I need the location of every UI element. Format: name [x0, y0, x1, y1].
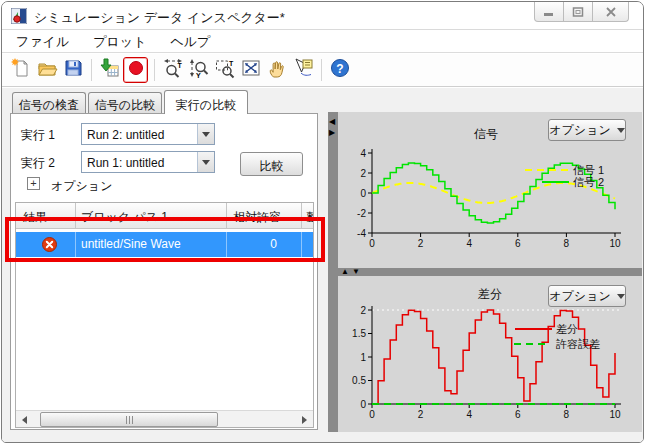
menu-help[interactable]: ヘルプ: [160, 31, 220, 53]
new-button[interactable]: [8, 57, 33, 83]
horizontal-scrollbar[interactable]: [16, 410, 313, 427]
svg-text:8: 8: [564, 238, 570, 249]
minimize-icon: [543, 7, 555, 17]
svg-text:1.5: 1.5: [352, 328, 366, 339]
run2-dropdown-arrow[interactable]: [197, 152, 214, 172]
run2-select[interactable]: Run 1: untitled: [81, 151, 215, 173]
signals-options-button[interactable]: オプション: [548, 119, 626, 141]
signals-options-label: オプション: [549, 122, 610, 139]
svg-text:0.5: 0.5: [352, 375, 366, 386]
import-button[interactable]: [97, 57, 122, 83]
run1-dropdown-arrow[interactable]: [197, 124, 214, 144]
options-label: オプション: [51, 178, 112, 195]
plots-pane: -4-20240246810信号信号 1信号 2 ▲ ▼ 00.511.5202…: [338, 112, 642, 432]
maximize-button[interactable]: [563, 2, 593, 22]
toolbar-separator: [321, 59, 322, 81]
help-button[interactable]: ?: [327, 57, 352, 83]
title-bar[interactable]: シミュレーション データ インスペクター*: [2, 2, 643, 30]
svg-text:0: 0: [360, 399, 366, 410]
svg-text:許容誤差: 許容誤差: [556, 338, 600, 350]
svg-text:4: 4: [360, 148, 366, 159]
scroll-left-button[interactable]: [16, 411, 33, 428]
record-icon: [125, 57, 147, 83]
svg-text:Y: Y: [196, 72, 201, 79]
app-window: シミュレーション データ インスペクター* ファイル プロット ヘルプ TYT?…: [1, 1, 644, 443]
zoom-in-time-button[interactable]: T: [160, 57, 185, 83]
svg-text:信号: 信号: [474, 127, 498, 141]
pan-button[interactable]: [264, 57, 289, 83]
scrollbar-thumb[interactable]: [40, 412, 218, 427]
menu-plot[interactable]: プロット: [83, 31, 156, 53]
svg-text:差分: 差分: [477, 287, 502, 301]
svg-text:10: 10: [609, 238, 621, 249]
svg-text:6: 6: [515, 409, 521, 420]
col-result[interactable]: 結果: [16, 203, 76, 229]
close-icon: [605, 7, 617, 17]
new-icon: [10, 57, 32, 83]
svg-text:4: 4: [466, 409, 472, 420]
svg-text:2: 2: [418, 238, 424, 249]
zoom-in-y-icon: Y: [188, 57, 210, 83]
run1-select[interactable]: Run 2: untitled: [81, 123, 215, 145]
menu-file[interactable]: ファイル: [6, 31, 79, 53]
help-icon: ?: [329, 57, 351, 83]
toolbar: TYT?: [2, 54, 643, 87]
svg-text:0: 0: [369, 238, 375, 249]
horizontal-splitter[interactable]: ▲ ▼: [338, 268, 642, 276]
save-button[interactable]: [60, 57, 85, 83]
col-align[interactable]: 整: [302, 203, 314, 229]
run2-label: 実行 2: [21, 155, 55, 172]
svg-text:-4: -4: [357, 228, 366, 239]
scroll-right-button[interactable]: [296, 411, 313, 428]
svg-text:8: 8: [564, 409, 570, 420]
svg-text:1: 1: [360, 352, 366, 363]
col-relative-tolerance[interactable]: 相対許容...: [227, 203, 302, 229]
svg-text:0: 0: [369, 409, 375, 420]
svg-text:信号 1: 信号 1: [573, 164, 604, 176]
svg-text:差分: 差分: [556, 323, 578, 335]
record-button[interactable]: [123, 57, 148, 83]
svg-text:6: 6: [515, 238, 521, 249]
tab-signal-inspect[interactable]: 信号の検査: [12, 92, 86, 113]
data-cursor-button[interactable]: [290, 57, 315, 83]
svg-text:2: 2: [360, 168, 366, 179]
svg-text:T: T: [177, 62, 182, 69]
cell-block-path: untitled/Sine Wave: [76, 232, 227, 257]
open-icon: [36, 57, 58, 83]
compare-button[interactable]: 比較: [240, 152, 303, 176]
run-compare-panel: 実行 1 Run 2: untitled 実行 2 Run 1: untitle…: [10, 113, 318, 430]
run2-value: Run 1: untitled: [87, 156, 164, 170]
collapse-right-icon[interactable]: ▶: [329, 129, 335, 137]
save-icon: [62, 57, 84, 83]
collapse-up-icon[interactable]: ▲: [341, 267, 349, 276]
close-button[interactable]: [592, 2, 629, 22]
collapse-left-icon[interactable]: ◀: [329, 118, 335, 126]
fit-to-view-icon: [240, 57, 262, 83]
toolbar-separator: [154, 59, 155, 81]
open-button[interactable]: [34, 57, 59, 83]
collapse-down-icon[interactable]: ▼: [352, 267, 360, 276]
run1-value: Run 2: untitled: [87, 128, 164, 142]
results-table: 結果 ブロック パス 1 相対許容... 整 untitled/Sine Wav…: [15, 202, 314, 428]
pan-icon: [266, 57, 288, 83]
result-row-selected[interactable]: untitled/Sine Wave 0: [16, 232, 313, 257]
zoom-in-xy-button[interactable]: T: [212, 57, 237, 83]
diff-options-button[interactable]: オプション: [548, 285, 626, 307]
menu-bar: ファイル プロット ヘルプ: [2, 31, 643, 53]
window-title: シミュレーション データ インスペクター*: [34, 9, 285, 27]
options-expander[interactable]: +: [27, 177, 40, 190]
run1-label: 実行 1: [21, 127, 55, 144]
vertical-splitter[interactable]: ◀ ▶: [328, 112, 338, 432]
zoom-in-y-button[interactable]: Y: [186, 57, 211, 83]
minimize-button[interactable]: [534, 2, 564, 22]
error-icon: [42, 237, 57, 255]
svg-text:2: 2: [418, 409, 424, 420]
zoom-in-time-icon: T: [162, 57, 184, 83]
main-content: 信号の検査 信号の比較 実行の比較 実行 1 Run 2: untitled 実…: [2, 88, 643, 442]
tab-signal-compare[interactable]: 信号の比較: [88, 92, 162, 113]
col-block-path[interactable]: ブロック パス 1: [76, 203, 227, 229]
svg-text:10: 10: [609, 409, 621, 420]
app-icon: [11, 8, 27, 24]
fit-to-view-button[interactable]: [238, 57, 263, 83]
tab-run-compare[interactable]: 実行の比較: [164, 90, 248, 114]
